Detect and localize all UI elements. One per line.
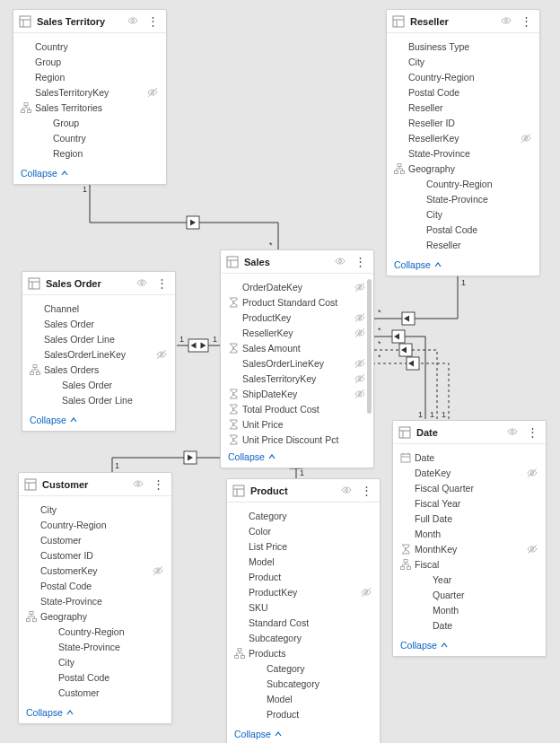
field-row[interactable]: Total Product Cost bbox=[221, 401, 373, 416]
field-row[interactable]: Subcategory bbox=[227, 630, 380, 645]
collapse-link[interactable]: Collapse bbox=[234, 729, 271, 739]
field-row[interactable]: Region bbox=[13, 145, 166, 161]
field-row[interactable]: Postal Code bbox=[19, 669, 171, 685]
field-row[interactable]: Sales Order Line bbox=[22, 392, 175, 407]
model-canvas[interactable]: 1 * 1 1 1 * 1 * bbox=[0, 0, 560, 743]
field-row[interactable]: SalesTerritoryKey bbox=[221, 371, 373, 386]
field-row[interactable]: Country bbox=[13, 39, 166, 54]
field-row[interactable]: Reseller ID bbox=[387, 115, 539, 130]
visibility-icon[interactable] bbox=[501, 15, 513, 28]
collapse-link[interactable]: Collapse bbox=[30, 415, 66, 425]
collapse-link[interactable]: Collapse bbox=[21, 168, 57, 179]
field-row[interactable]: Customer ID bbox=[19, 547, 171, 563]
field-row[interactable]: Product bbox=[227, 706, 380, 721]
table-product[interactable]: Product ⋮ CategoryColorList PriceModelPr… bbox=[226, 478, 381, 743]
field-row[interactable]: Business Type bbox=[387, 39, 539, 54]
more-icon[interactable]: ⋮ bbox=[151, 478, 166, 490]
visibility-icon[interactable] bbox=[335, 256, 347, 268]
field-row[interactable]: Channel bbox=[22, 301, 175, 316]
field-row[interactable]: Unit Price Discount Pct bbox=[221, 432, 373, 447]
field-row[interactable]: Sales Order bbox=[22, 377, 175, 392]
table-header[interactable]: Product ⋮ bbox=[227, 479, 380, 503]
field-row[interactable]: Postal Code bbox=[387, 84, 539, 100]
field-row[interactable]: Country-Region bbox=[387, 69, 539, 84]
field-row[interactable]: Full Date bbox=[393, 511, 546, 526]
field-row[interactable]: SalesOrderLineKey bbox=[22, 346, 175, 362]
table-header[interactable]: Reseller ⋮ bbox=[387, 10, 539, 33]
field-row[interactable]: Geography bbox=[387, 161, 539, 176]
field-row[interactable]: ShipDateKey bbox=[221, 386, 373, 401]
field-row[interactable]: Unit Price bbox=[221, 416, 373, 432]
field-row[interactable]: Product Standard Cost bbox=[221, 294, 373, 310]
field-row[interactable]: Sales Order Line bbox=[22, 331, 175, 346]
field-row[interactable]: ProductKey bbox=[221, 310, 373, 325]
rel-date-sales-2[interactable]: 1 * bbox=[374, 339, 437, 419]
field-row[interactable]: Fiscal Year bbox=[393, 495, 546, 511]
field-row[interactable]: Reseller bbox=[387, 237, 539, 252]
field-row[interactable]: Region bbox=[13, 69, 166, 84]
field-row[interactable]: Group bbox=[13, 115, 166, 130]
more-icon[interactable]: ⋮ bbox=[359, 485, 374, 496]
visibility-icon[interactable] bbox=[136, 277, 149, 290]
scrollbar[interactable] bbox=[367, 279, 372, 414]
field-row[interactable]: City bbox=[19, 654, 171, 669]
visibility-icon[interactable] bbox=[341, 485, 354, 497]
field-row[interactable]: Fiscal Quarter bbox=[393, 480, 546, 495]
field-row[interactable]: DateKey bbox=[393, 465, 546, 480]
more-icon[interactable]: ⋮ bbox=[519, 15, 534, 27]
collapse-link[interactable]: Collapse bbox=[26, 707, 63, 718]
field-row[interactable]: SKU bbox=[227, 599, 380, 615]
table-header[interactable]: Customer ⋮ bbox=[19, 473, 171, 496]
visibility-icon[interactable] bbox=[133, 478, 145, 491]
field-row[interactable]: Month bbox=[393, 602, 546, 617]
more-icon[interactable]: ⋮ bbox=[145, 15, 161, 27]
field-row[interactable]: State-Province bbox=[387, 145, 539, 161]
table-sales[interactable]: Sales ⋮ OrderDateKeyProduct Standard Cos… bbox=[220, 249, 374, 468]
field-row[interactable]: Year bbox=[393, 572, 546, 587]
field-row[interactable]: Country-Region bbox=[19, 624, 171, 639]
field-row[interactable]: Model bbox=[227, 554, 380, 569]
field-row[interactable]: City bbox=[387, 206, 539, 222]
rel-salesorder-sales[interactable]: 1 1 bbox=[177, 335, 220, 352]
field-row[interactable]: Sales Amount bbox=[221, 340, 373, 355]
collapse-link[interactable]: Collapse bbox=[228, 451, 265, 462]
field-row[interactable]: Color bbox=[227, 523, 380, 538]
field-row[interactable]: Country-Region bbox=[387, 176, 539, 191]
rel-salesterritory-sales[interactable]: 1 * bbox=[83, 184, 278, 249]
field-row[interactable]: ProductKey bbox=[227, 584, 380, 599]
field-row[interactable]: Sales Orders bbox=[22, 362, 175, 377]
field-row[interactable]: State-Province bbox=[387, 191, 539, 206]
field-row[interactable]: City bbox=[387, 54, 539, 69]
field-row[interactable]: Model bbox=[227, 691, 380, 706]
table-sales-order[interactable]: Sales Order ⋮ ChannelSales OrderSales Or… bbox=[22, 271, 176, 432]
field-row[interactable]: Subcategory bbox=[227, 676, 380, 691]
table-sales-territory[interactable]: Sales Territory ⋮ CountryGroupRegionSale… bbox=[13, 9, 167, 185]
field-row[interactable]: State-Province bbox=[19, 639, 171, 654]
field-row[interactable]: Postal Code bbox=[19, 578, 171, 593]
table-header[interactable]: Sales Order ⋮ bbox=[22, 272, 175, 295]
field-row[interactable]: OrderDateKey bbox=[221, 279, 373, 294]
table-customer[interactable]: Customer ⋮ CityCountry-RegionCustomerCus… bbox=[18, 472, 172, 724]
table-reseller[interactable]: Reseller ⋮ Business TypeCityCountry-Regi… bbox=[386, 9, 540, 276]
more-icon[interactable]: ⋮ bbox=[154, 277, 170, 289]
table-header[interactable]: Sales ⋮ bbox=[221, 250, 373, 274]
field-row[interactable]: SalesTerritoryKey bbox=[13, 84, 166, 100]
table-header[interactable]: Sales Territory ⋮ bbox=[13, 10, 166, 33]
field-row[interactable]: Postal Code bbox=[387, 222, 539, 237]
field-row[interactable]: Country-Region bbox=[19, 517, 171, 532]
field-row[interactable]: Product bbox=[227, 569, 380, 584]
rel-date-sales-3[interactable]: 1 * bbox=[374, 353, 449, 419]
field-row[interactable]: Category bbox=[227, 508, 380, 523]
field-row[interactable]: MonthKey bbox=[393, 541, 546, 556]
field-row[interactable]: Fiscal bbox=[393, 556, 546, 572]
collapse-link[interactable]: Collapse bbox=[400, 640, 437, 651]
field-row[interactable]: Quarter bbox=[393, 587, 546, 602]
field-row[interactable]: Standard Cost bbox=[227, 615, 380, 630]
field-row[interactable]: Customer bbox=[19, 532, 171, 547]
rel-date-sales-1[interactable]: 1 * bbox=[374, 326, 425, 419]
visibility-icon[interactable] bbox=[127, 15, 140, 28]
table-date[interactable]: Date ⋮ DateDateKeyFiscal QuarterFiscal Y… bbox=[392, 420, 547, 657]
field-row[interactable]: Geography bbox=[19, 608, 171, 624]
field-row[interactable]: Category bbox=[227, 660, 380, 676]
rel-reseller-sales[interactable]: 1 * bbox=[374, 276, 466, 325]
